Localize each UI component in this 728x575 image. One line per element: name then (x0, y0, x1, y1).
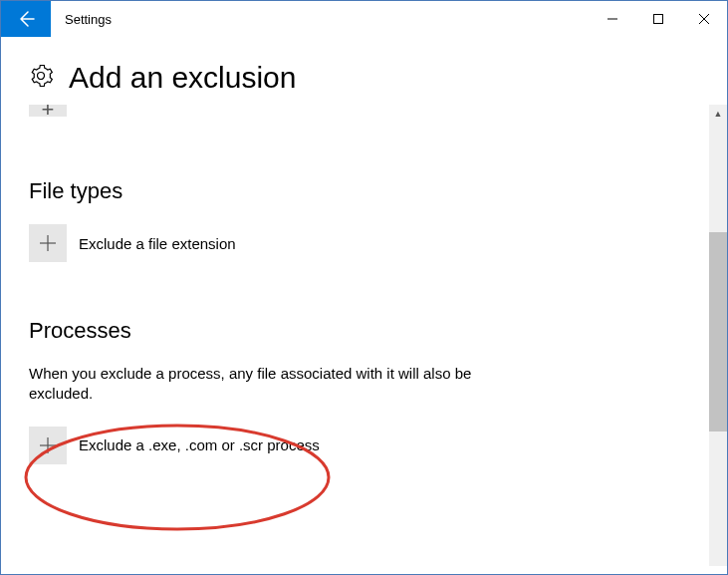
plus-button (29, 427, 67, 464)
scroll-up-icon: ▲ (709, 105, 727, 123)
scroll-area: + File types Exclude a file extension Pr… (1, 105, 709, 566)
page-title: Add an exclusion (69, 61, 297, 95)
scrollbar[interactable]: ▲ (709, 105, 727, 566)
content-area: + File types Exclude a file extension Pr… (1, 105, 727, 566)
close-icon (699, 14, 709, 24)
page-header: Add an exclusion (1, 37, 727, 105)
plus-button (29, 224, 67, 262)
exclude-file-extension-button[interactable]: Exclude a file extension (29, 224, 681, 262)
titlebar: Settings (1, 1, 727, 37)
svg-rect-1 (654, 15, 663, 24)
maximize-button[interactable] (635, 1, 681, 37)
partial-add-button[interactable]: + (29, 105, 67, 117)
processes-description: When you exclude a process, any file ass… (29, 364, 527, 405)
back-button[interactable] (1, 1, 51, 37)
scrollbar-thumb[interactable] (709, 232, 727, 431)
exclude-process-button[interactable]: Exclude a .exe, .com or .scr process (29, 427, 681, 464)
plus-icon (39, 234, 57, 252)
window-controls (590, 1, 727, 37)
maximize-icon (653, 14, 663, 24)
exclude-process-label: Exclude a .exe, .com or .scr process (79, 436, 320, 453)
back-arrow-icon (16, 9, 36, 29)
close-button[interactable] (681, 1, 727, 37)
window-title: Settings (51, 1, 590, 37)
plus-icon (39, 436, 57, 454)
section-heading-file-types: File types (29, 178, 681, 204)
minimize-button[interactable] (590, 1, 635, 37)
exclude-file-extension-label: Exclude a file extension (79, 235, 236, 252)
minimize-icon (607, 14, 617, 24)
gear-icon (29, 64, 53, 92)
section-heading-processes: Processes (29, 318, 681, 344)
